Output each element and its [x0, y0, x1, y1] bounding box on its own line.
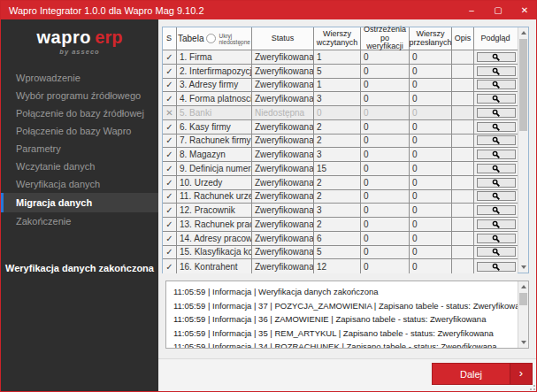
- table-body: ✓ 1. Firma Zweryfikowana 1 0 0 ✓ 2. Inte…: [163, 50, 518, 273]
- preview-button[interactable]: [477, 205, 516, 215]
- resize-grip[interactable]: [530, 385, 535, 390]
- row-selected-cell[interactable]: ✓: [163, 259, 177, 273]
- minimize-button[interactable]: –: [465, 1, 478, 19]
- preview-button[interactable]: [477, 219, 516, 229]
- row-selected-cell[interactable]: ✓: [163, 65, 177, 78]
- row-selected-cell[interactable]: ✓: [163, 162, 177, 175]
- preview-button[interactable]: [477, 234, 516, 243]
- row-selected-cell[interactable]: ✓: [163, 135, 177, 148]
- row-selected-cell[interactable]: ✓: [163, 120, 177, 134]
- row-status: Zweryfikowana: [252, 204, 314, 217]
- scroll-down-arrow-icon[interactable]: [518, 262, 529, 273]
- table-scrollbar-thumb[interactable]: [519, 39, 527, 131]
- next-button[interactable]: Dalej ›: [432, 363, 533, 385]
- row-status: Zweryfikowana: [252, 218, 314, 231]
- window-controls: – ▢ ✕: [465, 1, 531, 19]
- preview-button[interactable]: [477, 150, 516, 159]
- table-row[interactable]: ✓ 2. Interfirmapozycja Zweryfikowana 5 0…: [163, 65, 518, 79]
- preview-button[interactable]: [477, 191, 516, 201]
- row-selected-cell[interactable]: ✕: [163, 106, 177, 119]
- table-row[interactable]: ✓ 1. Firma Zweryfikowana 1 0 0: [163, 50, 518, 65]
- log-line: 11:05:59 | Informacja | Weryfikacja dany…: [173, 285, 518, 299]
- sidebar-nav-item[interactable]: Wczytanie danych: [1, 158, 158, 175]
- sidebar-nav-item[interactable]: Wprowadzenie: [1, 69, 158, 87]
- table-row[interactable]: ✓ 9. Definicja numeracji Zweryfikowana 1…: [163, 162, 518, 176]
- scroll-up-arrow-icon[interactable]: [518, 27, 529, 38]
- preview-button[interactable]: [477, 122, 516, 132]
- table-row[interactable]: ✓ 11. Rachunek urzedu Zweryfikowana 2 0 …: [163, 190, 518, 204]
- sidebar-nav-item-label: Weryfikacja danych: [16, 179, 100, 189]
- row-opis: [452, 50, 474, 64]
- row-selected-cell[interactable]: ✓: [163, 50, 177, 64]
- preview-button[interactable]: [477, 94, 516, 104]
- row-selected-cell[interactable]: ✓: [163, 148, 177, 161]
- log-scrollbar[interactable]: [518, 281, 528, 348]
- log-scrollbar-thumb[interactable]: [519, 293, 527, 305]
- row-preview-cell: [474, 190, 518, 204]
- sidebar-nav-item[interactable]: Wybór programu źródłowego: [1, 87, 158, 104]
- log-scroll-up-arrow-icon[interactable]: [518, 281, 529, 292]
- sidebar-nav-item[interactable]: Połączenie do bazy źródłowej: [1, 104, 158, 122]
- sidebar-nav-item[interactable]: Zakończenie: [1, 212, 158, 230]
- sidebar-nav-item[interactable]: Połączenie do bazy Wapro: [1, 122, 158, 140]
- table-row[interactable]: ✓ 12. Pracownik Zweryfikowana 3 0 0: [163, 204, 518, 218]
- table-row[interactable]: ✓ 14. Adresy pracownika Zweryfikowana 6 …: [163, 232, 518, 246]
- row-warnings: 0: [361, 65, 410, 78]
- preview-button[interactable]: [477, 108, 516, 118]
- row-mark-icon: ✓: [165, 234, 173, 243]
- table-row[interactable]: ✓ 7. Rachunek firmy Zweryfikowana 2 0 0: [163, 135, 518, 149]
- table-row[interactable]: ✓ 10. Urzedy Zweryfikowana 2 0 0: [163, 176, 518, 190]
- preview-button[interactable]: [477, 66, 516, 76]
- close-button[interactable]: ✕: [518, 1, 531, 19]
- hide-unavailable-toggle[interactable]: [206, 34, 216, 43]
- magnifier-icon: [492, 81, 500, 88]
- preview-button[interactable]: [477, 52, 516, 62]
- table-row[interactable]: ✓ 8. Magazyn Zweryfikowana 3 0 0: [163, 148, 518, 162]
- preview-button[interactable]: [477, 178, 516, 188]
- row-selected-cell[interactable]: ✓: [163, 246, 177, 259]
- row-preview-cell: [474, 50, 518, 64]
- row-opis: [452, 120, 474, 134]
- row-selected-cell[interactable]: ✓: [163, 232, 177, 245]
- table-row[interactable]: ✓ 13. Rachunek pracownika Zweryfikowana …: [163, 218, 518, 232]
- row-selected-cell[interactable]: ✓: [163, 204, 177, 217]
- sidebar-nav-item[interactable]: Migracja danych: [1, 193, 158, 212]
- table-row[interactable]: ✓ 15. Klasyfikacja kontrahenta Zweryfiko…: [163, 246, 518, 260]
- maximize-button[interactable]: ▢: [492, 1, 504, 19]
- magnifier-icon: [492, 150, 500, 158]
- table-row[interactable]: ✓ 3. Adresy firmy Zweryfikowana 1 0 0: [163, 79, 518, 93]
- row-rows-sent: 0: [410, 162, 452, 175]
- row-opis: [452, 218, 474, 231]
- sidebar-nav-item[interactable]: Parametry: [1, 140, 158, 158]
- preview-button[interactable]: [477, 262, 516, 272]
- preview-button[interactable]: [477, 80, 516, 89]
- row-rows-loaded: 5: [314, 246, 361, 259]
- table-row[interactable]: ✓ 16. Kontrahent Zweryfikowana 12 0 0: [163, 259, 518, 273]
- row-table-name: 3. Adresy firmy: [177, 79, 252, 92]
- row-selected-cell[interactable]: ✓: [163, 79, 177, 92]
- row-rows-sent: 0: [410, 106, 452, 119]
- preview-button[interactable]: [477, 247, 516, 257]
- row-rows-sent: 0: [410, 92, 452, 105]
- row-status: Zweryfikowana: [252, 148, 314, 161]
- sidebar-nav-item[interactable]: Weryfikacja danych: [1, 175, 158, 193]
- row-table-name: 11. Rachunek urzedu: [177, 190, 252, 204]
- table-row[interactable]: ✓ 6. Kasy firmy Zweryfikowana 2 0 0: [163, 120, 518, 135]
- table-header-row: S Tabela Ukryj niedostępne Status Wiersz…: [163, 27, 518, 50]
- row-selected-cell[interactable]: ✓: [163, 218, 177, 231]
- row-selected-cell[interactable]: ✓: [163, 190, 177, 204]
- row-selected-cell[interactable]: ✓: [163, 92, 177, 105]
- preview-button[interactable]: [477, 164, 516, 173]
- table-row[interactable]: ✓ 4. Forma platnosci Zweryfikowana 3 0 0: [163, 92, 518, 106]
- preview-button[interactable]: [477, 135, 516, 145]
- row-mark-icon: ✓: [165, 135, 173, 145]
- magnifier-icon: [492, 109, 500, 117]
- log-scroll-down-arrow-icon[interactable]: [518, 337, 529, 348]
- row-rows-sent: 0: [410, 65, 452, 78]
- row-selected-cell[interactable]: ✓: [163, 176, 177, 189]
- table-row[interactable]: ✕ 5. Banki Niedostępna 0 0 0: [163, 106, 518, 120]
- magnifier-icon: [492, 67, 500, 75]
- table-scrollbar[interactable]: [518, 27, 528, 273]
- row-warnings: 0: [361, 232, 410, 245]
- row-mark-icon: ✓: [165, 164, 173, 173]
